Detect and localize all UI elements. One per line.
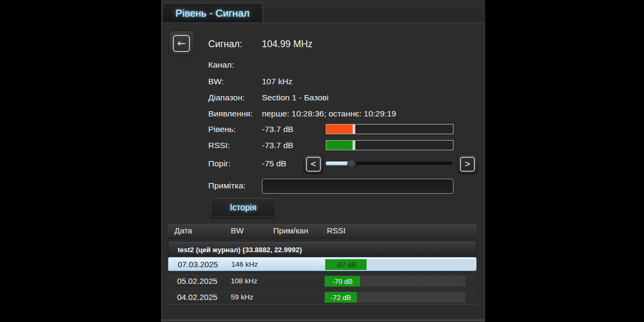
rssi-meter-handle: [353, 141, 355, 150]
history-rssi-value: -67 dB: [335, 261, 356, 269]
history-rssi-meter: -72 dB: [325, 292, 466, 303]
level-label: Рівень:: [208, 125, 236, 134]
threshold-slider-fill: [326, 162, 349, 165]
chevron-left-icon: <: [306, 157, 321, 172]
column-separator: [227, 225, 228, 237]
history-table-header: Дата BW Прим/кан RSSI: [168, 224, 477, 239]
channel-label: Канал:: [208, 60, 234, 70]
rssi-value: -73.7 dB: [262, 141, 294, 150]
level-meter: [326, 124, 453, 134]
signal-label: Сигнал:: [208, 39, 242, 50]
bw-value: 107 kHz: [262, 77, 292, 86]
history-date: 05.02.2025: [177, 276, 217, 286]
back-button[interactable]: ←: [169, 31, 194, 56]
signal-value: 104.99 MHz: [262, 39, 312, 50]
detection-label: Виявлення:: [208, 109, 253, 119]
column-separator: [269, 225, 270, 237]
history-rssi-meter: -70 dB: [325, 276, 466, 287]
back-arrow-icon: ←: [173, 35, 190, 52]
signal-level-window: Рівень - Сигнал ← Сигнал: 104.99 MHz Кан…: [161, 0, 485, 322]
rssi-label: RSSI:: [208, 141, 230, 150]
history-button[interactable]: Історія: [210, 198, 276, 217]
rssi-meter: [326, 140, 453, 150]
level-value: -73.7 dB: [262, 125, 294, 134]
history-rssi-meter: -67 dB: [325, 259, 475, 270]
threshold-value: -75 dB: [262, 159, 287, 169]
col-header-note[interactable]: Прим/кан: [273, 226, 309, 235]
history-date: 04.02.2025: [177, 292, 217, 302]
tab-label: Рівень - Сигнал: [175, 8, 250, 19]
col-header-bw[interactable]: BW: [231, 226, 244, 235]
level-meter-handle: [353, 125, 355, 134]
history-row[interactable]: 07.03.2025146 kHz-67 dB: [168, 257, 477, 271]
table-bottom-divider: [168, 304, 477, 305]
history-rssi-fill: -70 dB: [325, 276, 360, 287]
history-row[interactable]: 04.02.202559 kHz-72 dB: [168, 290, 477, 304]
column-separator: [323, 225, 324, 237]
chevron-right-icon: >: [460, 157, 475, 172]
col-header-rssi[interactable]: RSSI: [327, 226, 346, 235]
level-meter-fill: [326, 125, 353, 134]
rssi-meter-fill: [326, 141, 353, 150]
range-label: Діапазон:: [208, 93, 245, 103]
history-bw: 146 kHz: [231, 260, 258, 268]
note-label: Примітка:: [208, 181, 246, 191]
title-strip: Рівень - Сигнал: [161, 0, 485, 23]
note-input[interactable]: [262, 179, 453, 194]
col-header-date[interactable]: Дата: [174, 226, 192, 235]
tab-level-signal[interactable]: Рівень - Сигнал: [162, 3, 263, 23]
panel-bottom-edge: [162, 319, 485, 321]
history-bw: 59 kHz: [231, 293, 253, 301]
history-rssi-value: -72 dB: [331, 294, 351, 302]
history-date: 07.03.2025: [178, 260, 218, 269]
history-group-row[interactable]: test2 (цей журнал) {33.8882, 22.9992}: [168, 242, 477, 257]
threshold-label: Поріг:: [208, 159, 231, 169]
history-rssi-value: -70 dB: [332, 277, 353, 286]
range-value: Section 1 - Базові: [262, 93, 328, 103]
history-rssi-fill: -72 dB: [325, 292, 357, 303]
detection-value: перше: 10:28:36; останнє: 10:29:19: [262, 109, 396, 119]
threshold-decrease-button[interactable]: <: [303, 154, 324, 174]
history-bw: 108 kHz: [231, 277, 258, 285]
threshold-increase-button[interactable]: >: [457, 154, 478, 174]
history-rssi-fill: -67 dB: [325, 259, 367, 270]
bw-label: BW:: [208, 77, 224, 86]
history-group-title: test2 (цей журнал) {33.8882, 22.9992}: [178, 246, 302, 254]
history-row[interactable]: 05.02.2025108 kHz-70 dB: [168, 274, 477, 288]
threshold-slider[interactable]: [326, 162, 452, 165]
